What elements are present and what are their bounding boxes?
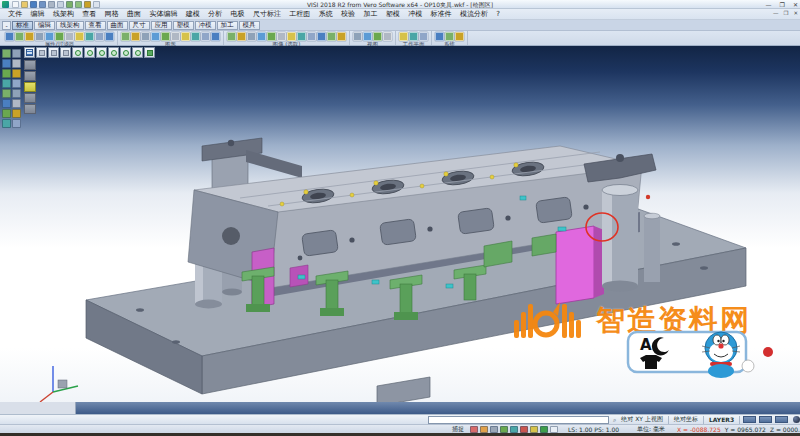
- workplane-indicator[interactable]: 绝对 XY 上视图: [621, 415, 663, 424]
- tab-machining[interactable]: 加工: [217, 21, 238, 30]
- menu-item-file[interactable]: 文件: [4, 9, 26, 19]
- print-icon[interactable]: [48, 1, 55, 8]
- select-window-icon[interactable]: [247, 32, 256, 41]
- grid-snap-icon[interactable]: [530, 426, 538, 433]
- zoom-all-icon[interactable]: [161, 32, 170, 41]
- search-icon[interactable]: ⌕: [613, 416, 616, 424]
- viewport-button-1[interactable]: [743, 416, 756, 423]
- chamfer-icon[interactable]: [12, 79, 21, 88]
- invert-selection-icon[interactable]: [307, 32, 316, 41]
- doc-restore-button[interactable]: ❐: [783, 10, 788, 16]
- line-type-icon[interactable]: [15, 32, 24, 41]
- menu-item-mold[interactable]: 塑模: [382, 9, 404, 19]
- surface-filter-icon[interactable]: [65, 32, 74, 41]
- select-chain-icon[interactable]: [237, 32, 246, 41]
- select-edge-icon[interactable]: [337, 32, 346, 41]
- iso-view-icon[interactable]: [383, 32, 392, 41]
- command-input[interactable]: [428, 416, 609, 424]
- workplane-align-icon[interactable]: [409, 32, 418, 41]
- arc-icon[interactable]: [2, 69, 11, 78]
- scissors-icon[interactable]: [12, 59, 21, 68]
- move-icon[interactable]: [12, 109, 21, 118]
- tab-tooling[interactable]: 模具: [239, 21, 260, 30]
- color-filter-icon[interactable]: [5, 32, 14, 41]
- menu-item-drawing[interactable]: 工程图: [285, 9, 314, 19]
- doc-close-button[interactable]: ✕: [793, 10, 798, 16]
- line-width-icon[interactable]: [25, 32, 34, 41]
- menu-item-edit[interactable]: 编辑: [26, 9, 48, 19]
- tab-wireframe[interactable]: 线架构: [56, 21, 84, 30]
- line-icon[interactable]: [2, 59, 11, 68]
- iso-view-icon[interactable]: [132, 47, 143, 58]
- zoom-window-icon[interactable]: [84, 47, 95, 58]
- select-body-icon[interactable]: [24, 71, 36, 81]
- box-icon[interactable]: [60, 47, 71, 58]
- circle-icon[interactable]: [2, 79, 11, 88]
- coordinate-mode-indicator[interactable]: 绝对坐标: [674, 415, 698, 424]
- shade-icon[interactable]: [201, 32, 210, 41]
- copy-icon[interactable]: [84, 1, 91, 8]
- select-layer-icon[interactable]: [277, 32, 286, 41]
- layer-filter-icon[interactable]: [35, 32, 44, 41]
- viewport-button-2[interactable]: [759, 416, 772, 423]
- menu-item-die[interactable]: 冲模: [404, 9, 426, 19]
- new-icon[interactable]: [12, 1, 19, 8]
- pan-icon[interactable]: [96, 47, 107, 58]
- tab-view[interactable]: 查看: [85, 21, 106, 30]
- highlight-icon[interactable]: [24, 82, 36, 92]
- offset-icon[interactable]: [12, 89, 21, 98]
- select-color-icon[interactable]: [267, 32, 276, 41]
- tab-application[interactable]: 应用: [151, 21, 172, 30]
- redo-icon[interactable]: [75, 1, 82, 8]
- point-filter-icon[interactable]: [45, 32, 54, 41]
- minimize-button[interactable]: —: [766, 1, 772, 8]
- ime-indicator[interactable]: A: [626, 326, 776, 382]
- doc-minimize-button[interactable]: —: [773, 10, 779, 16]
- deselect-icon[interactable]: [297, 32, 306, 41]
- zoom-out-icon[interactable]: [141, 32, 150, 41]
- macro-icon[interactable]: [455, 32, 464, 41]
- tab-dimension[interactable]: 尺寸: [129, 21, 150, 30]
- tab-standard[interactable]: 标准: [12, 21, 33, 30]
- menu-item-system[interactable]: 系统: [315, 9, 337, 19]
- menu-item-solid-edit[interactable]: 实体编辑: [145, 9, 181, 19]
- tree-icon[interactable]: [510, 426, 518, 433]
- select-face-icon[interactable]: [24, 60, 36, 70]
- flag-icon[interactable]: [500, 426, 508, 433]
- menu-item-surface[interactable]: 曲面: [123, 9, 145, 19]
- close-button[interactable]: ✕: [793, 1, 798, 8]
- undo-icon[interactable]: [66, 1, 73, 8]
- rotate-copy-icon[interactable]: [12, 119, 21, 128]
- tab-die[interactable]: 冲模: [195, 21, 216, 30]
- menu-item-modeling[interactable]: 建模: [182, 9, 204, 19]
- menu-item-moldflow[interactable]: 模流分析: [456, 9, 492, 19]
- history-clock-icon[interactable]: [540, 426, 548, 433]
- reset-filter-icon[interactable]: [105, 32, 114, 41]
- curve-filter-icon[interactable]: [55, 32, 64, 41]
- settings-icon[interactable]: [435, 32, 444, 41]
- text-style-icon[interactable]: [520, 426, 528, 433]
- mesh-filter-icon[interactable]: [85, 32, 94, 41]
- wireframe-icon[interactable]: [211, 32, 220, 41]
- collapse-ribbon-button[interactable]: -: [2, 21, 11, 30]
- pan-icon[interactable]: [171, 32, 180, 41]
- point-icon[interactable]: [2, 49, 11, 58]
- menu-item-help[interactable]: ?: [492, 10, 504, 18]
- hide-icon[interactable]: [24, 104, 36, 114]
- menu-item-analysis[interactable]: 分析: [204, 9, 226, 19]
- trim-icon[interactable]: [12, 49, 21, 58]
- mirror-icon[interactable]: [12, 99, 21, 108]
- tab-edit[interactable]: 编辑: [34, 21, 55, 30]
- zoom-window-icon[interactable]: [151, 32, 160, 41]
- select-polygon-icon[interactable]: [257, 32, 266, 41]
- spline-icon[interactable]: [2, 109, 11, 118]
- grid-icon[interactable]: [24, 47, 35, 58]
- tab-mold[interactable]: 塑模: [173, 21, 194, 30]
- select-all-icon[interactable]: [287, 32, 296, 41]
- save-all-icon[interactable]: [39, 1, 46, 8]
- previous-view-icon[interactable]: [181, 32, 190, 41]
- menu-item-electrode[interactable]: 电极: [226, 9, 248, 19]
- workplane-xy-icon[interactable]: [399, 32, 408, 41]
- front-view-icon[interactable]: [120, 47, 131, 58]
- text-icon[interactable]: [2, 119, 11, 128]
